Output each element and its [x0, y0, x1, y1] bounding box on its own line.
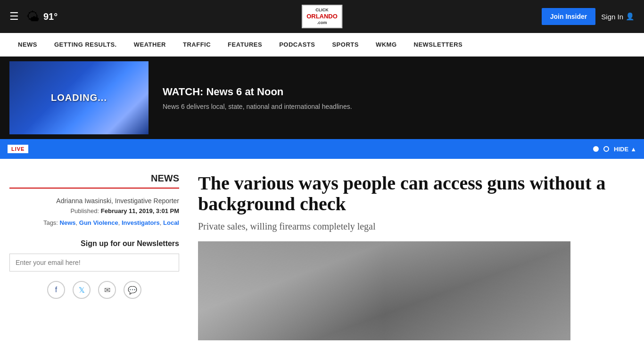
article-image-overlay	[198, 241, 570, 340]
sidebar-divider	[9, 188, 179, 189]
weather-temp: 91°	[43, 11, 58, 22]
video-description: News 6 delivers local, state, national a…	[163, 103, 352, 110]
live-badge: LIVE	[8, 145, 28, 153]
twitter-icon[interactable]: 𝕏	[73, 281, 91, 299]
dot-active-icon[interactable]	[593, 146, 599, 152]
logo-line3: .com	[306, 20, 338, 25]
article-main: The various ways people can access guns …	[193, 173, 635, 340]
article-image	[198, 241, 570, 340]
dot-inactive-icon[interactable]	[603, 146, 609, 152]
nav-sports[interactable]: SPORTS	[323, 33, 367, 57]
tags-prefix: Tags:	[43, 219, 60, 226]
published-line: Published: February 11, 2019, 3:01 PM	[9, 207, 179, 214]
hamburger-menu-icon[interactable]: ☰	[9, 10, 19, 23]
nav-news[interactable]: NEWS	[9, 33, 46, 57]
hide-button[interactable]: HIDE ▲	[614, 146, 636, 153]
published-date: February 11, 2019, 3:01 PM	[101, 207, 179, 214]
video-info: WATCH: News 6 at Noon News 6 delivers lo…	[163, 86, 352, 110]
tag-investigators[interactable]: Investigators	[122, 219, 160, 226]
logo-line2: ORLANDO	[306, 13, 338, 20]
weather-widget: 🌤 91°	[26, 9, 58, 25]
logo-line1: CLICK	[306, 8, 338, 13]
nav-features[interactable]: FEATURES	[219, 33, 271, 57]
site-logo[interactable]: CLICK ORLANDO .com	[302, 5, 342, 28]
sidebar: NEWS Adrianna Iwasinski, Investigative R…	[9, 173, 193, 340]
top-bar: ☰ 🌤 91° CLICK ORLANDO .com Join Insider …	[0, 0, 644, 33]
nav-podcasts[interactable]: PODCASTS	[271, 33, 323, 57]
published-prefix: Published:	[70, 207, 99, 214]
content-area: NEWS Adrianna Iwasinski, Investigative R…	[0, 159, 644, 354]
loading-text: LOADING...	[51, 92, 107, 103]
tag-gun-violence[interactable]: Gun Violence	[79, 219, 118, 226]
video-title: WATCH: News 6 at Noon	[163, 86, 352, 98]
video-banner: LOADING... WATCH: News 6 at Noon News 6 …	[0, 57, 644, 139]
user-icon: 👤	[626, 12, 635, 21]
video-thumbnail[interactable]: LOADING...	[9, 61, 149, 134]
section-label: NEWS	[9, 173, 179, 184]
facebook-icon[interactable]: f	[47, 281, 65, 299]
tags-line: Tags: News, Gun Violence, Investigators,…	[9, 219, 179, 226]
article-subtitle: Private sales, willing firearms complete…	[198, 221, 635, 232]
join-insider-button[interactable]: Join Insider	[542, 8, 596, 25]
nav-traffic[interactable]: TRAFFIC	[174, 33, 219, 57]
nav-wkmg[interactable]: WKMG	[367, 33, 405, 57]
chevron-up-icon: ▲	[630, 146, 636, 153]
sign-in-button[interactable]: Sign In 👤	[601, 12, 635, 21]
article-title: The various ways people can access guns …	[198, 173, 635, 214]
weather-icon: 🌤	[26, 9, 40, 25]
email-input[interactable]	[9, 254, 179, 272]
top-bar-left: ☰ 🌤 91°	[9, 9, 58, 25]
live-bar-controls: HIDE ▲	[593, 146, 636, 153]
hide-label: HIDE	[614, 146, 628, 153]
email-icon[interactable]: ✉	[98, 281, 116, 299]
author-name: Adrianna Iwasinski, Investigative Report…	[9, 197, 179, 205]
live-bar: LIVE HIDE ▲	[0, 139, 644, 159]
sign-in-label: Sign In	[601, 13, 623, 21]
newsletter-title: Sign up for our Newsletters	[9, 239, 179, 248]
nav-weather[interactable]: WEATHER	[125, 33, 174, 57]
top-bar-right: Join Insider Sign In 👤	[542, 8, 635, 25]
main-nav: NEWS GETTING RESULTS. WEATHER TRAFFIC FE…	[0, 33, 644, 57]
tag-news[interactable]: News	[60, 219, 76, 226]
nav-getting-results[interactable]: GETTING RESULTS.	[46, 33, 125, 57]
social-icons: f 𝕏 ✉ 💬	[9, 281, 179, 299]
tag-local[interactable]: Local	[163, 219, 179, 226]
comment-icon[interactable]: 💬	[124, 281, 141, 299]
nav-newsletters[interactable]: NEWSLETTERS	[405, 33, 471, 57]
